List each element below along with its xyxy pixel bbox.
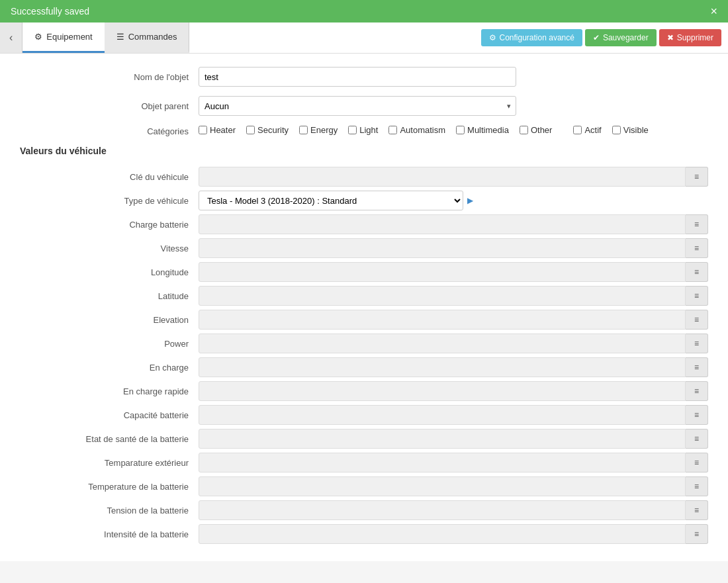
longitude-input[interactable] xyxy=(199,262,686,282)
en-charge-input[interactable] xyxy=(199,357,686,377)
config-icon: ⚙ xyxy=(489,33,496,42)
category-automatism[interactable]: Automatism xyxy=(388,125,445,135)
category-security[interactable]: Security xyxy=(246,125,289,135)
etat-sante-batterie-btn[interactable]: ≡ xyxy=(686,429,708,449)
list-icon: ≡ xyxy=(694,315,699,324)
elevation-btn[interactable]: ≡ xyxy=(686,310,708,330)
sauvegarder-button[interactable]: ✔ Sauvegarder xyxy=(585,29,657,46)
temperature-batterie-btn[interactable]: ≡ xyxy=(686,476,708,496)
vitesse-row: Vitesse ≡ xyxy=(20,238,708,258)
vehicle-section-heading: Valeurs du véhicule xyxy=(20,146,708,156)
tab-equipement-label: Equipement xyxy=(46,32,92,42)
tension-batterie-row: Tension de la batterie ≡ xyxy=(20,500,708,520)
list-icon: ≡ xyxy=(694,434,699,443)
temperature-batterie-label: Temperature de la batterie xyxy=(20,482,199,492)
longitude-row: Longitude ≡ xyxy=(20,262,708,282)
latitude-input[interactable] xyxy=(199,286,686,306)
power-input-wrap: ≡ xyxy=(199,334,708,353)
charge-batterie-btn[interactable]: ≡ xyxy=(686,214,708,234)
vitesse-input[interactable] xyxy=(199,238,686,258)
category-light[interactable]: Light xyxy=(348,125,378,135)
category-light-label: Light xyxy=(359,125,378,135)
tension-batterie-input[interactable] xyxy=(199,500,686,520)
charge-batterie-input[interactable] xyxy=(199,214,686,234)
category-energy[interactable]: Energy xyxy=(299,125,338,135)
category-automatism-checkbox[interactable] xyxy=(388,126,397,134)
temperature-batterie-input-wrap: ≡ xyxy=(199,476,708,496)
vitesse-label: Vitesse xyxy=(20,244,199,253)
intensite-batterie-input-wrap: ≡ xyxy=(199,524,708,544)
tab-equipement[interactable]: ⚙ Equipement xyxy=(23,22,104,53)
list-icon: ≡ xyxy=(694,529,699,539)
external-link-icon[interactable]: ▶ xyxy=(467,196,473,205)
power-label: Power xyxy=(20,339,199,349)
type-vehicule-select[interactable]: Tesla - Model 3 (2018-2020) : Standard xyxy=(199,191,463,210)
objet-parent-select[interactable]: Aucun xyxy=(199,96,516,116)
category-visible-checkbox[interactable] xyxy=(612,126,621,134)
en-charge-btn[interactable]: ≡ xyxy=(686,357,708,377)
tab-commandes[interactable]: ☰ Commandes xyxy=(105,22,190,53)
category-other-checkbox[interactable] xyxy=(520,126,528,134)
longitude-input-wrap: ≡ xyxy=(199,262,708,282)
delete-icon: ✖ xyxy=(667,33,674,42)
nav-right: ⚙ Configuration avancé ✔ Sauvegarder ✖ S… xyxy=(481,29,729,46)
charge-batterie-row: Charge batterie ≡ xyxy=(20,214,708,234)
category-heater-checkbox[interactable] xyxy=(199,126,207,134)
cle-vehicule-input[interactable] xyxy=(199,167,686,187)
categories-content: Heater Security Energy Light Automatism … xyxy=(199,125,649,135)
en-charge-rapide-input-wrap: ≡ xyxy=(199,381,708,401)
latitude-input-wrap: ≡ xyxy=(199,286,708,306)
category-actif[interactable]: Actif xyxy=(573,125,601,135)
banner-close-button[interactable]: × xyxy=(710,5,717,17)
category-multimedia[interactable]: Multimedia xyxy=(456,125,509,135)
cle-vehicule-row: Clé du véhicule ≡ xyxy=(20,167,708,187)
vitesse-btn[interactable]: ≡ xyxy=(686,238,708,258)
main-content: Nom de l'objet Objet parent Aucun ▾ Caté… xyxy=(0,54,728,561)
capacite-batterie-input[interactable] xyxy=(199,405,686,425)
temperature-exterieur-btn[interactable]: ≡ xyxy=(686,453,708,472)
cle-vehicule-btn[interactable]: ≡ xyxy=(686,167,708,187)
list-icon: ≡ xyxy=(694,220,699,229)
tension-batterie-input-wrap: ≡ xyxy=(199,500,708,520)
category-security-checkbox[interactable] xyxy=(246,126,255,134)
save-icon: ✔ xyxy=(593,33,600,42)
category-visible-label: Visible xyxy=(623,125,649,135)
category-light-checkbox[interactable] xyxy=(348,126,357,134)
elevation-input[interactable] xyxy=(199,310,686,330)
etat-sante-batterie-input[interactable] xyxy=(199,429,686,449)
power-btn[interactable]: ≡ xyxy=(686,334,708,353)
category-energy-checkbox[interactable] xyxy=(299,126,308,134)
intensite-batterie-btn[interactable]: ≡ xyxy=(686,524,708,544)
supprimer-button[interactable]: ✖ Supprimer xyxy=(659,29,721,46)
success-banner: Successfully saved × xyxy=(0,0,728,22)
tension-batterie-label: Tension de la batterie xyxy=(20,506,199,516)
temperature-exterieur-label: Temparature extérieur xyxy=(20,458,199,468)
back-icon: ‹ xyxy=(9,32,13,44)
objet-parent-label: Objet parent xyxy=(20,101,199,111)
category-other[interactable]: Other xyxy=(520,125,553,135)
temperature-batterie-input[interactable] xyxy=(199,476,686,496)
list-icon: ≡ xyxy=(694,482,699,491)
nav-back-button[interactable]: ‹ xyxy=(0,22,23,53)
category-visible[interactable]: Visible xyxy=(612,125,649,135)
en-charge-rapide-btn[interactable]: ≡ xyxy=(686,381,708,401)
latitude-btn[interactable]: ≡ xyxy=(686,286,708,306)
capacite-batterie-input-wrap: ≡ xyxy=(199,405,708,425)
temperature-exterieur-input[interactable] xyxy=(199,453,686,472)
category-energy-label: Energy xyxy=(310,125,338,135)
list-icon: ≡ xyxy=(694,363,699,372)
en-charge-rapide-input[interactable] xyxy=(199,381,686,401)
capacite-batterie-btn[interactable]: ≡ xyxy=(686,405,708,425)
category-actif-checkbox[interactable] xyxy=(573,126,582,134)
nom-objet-input[interactable] xyxy=(199,67,516,87)
intensite-batterie-input[interactable] xyxy=(199,524,686,544)
top-nav: ‹ ⚙ Equipement ☰ Commandes ⚙ Configurati… xyxy=(0,22,728,54)
longitude-btn[interactable]: ≡ xyxy=(686,262,708,282)
power-input[interactable] xyxy=(199,334,686,353)
tension-batterie-btn[interactable]: ≡ xyxy=(686,500,708,520)
config-avance-button[interactable]: ⚙ Configuration avancé xyxy=(481,29,582,46)
category-multimedia-checkbox[interactable] xyxy=(456,126,465,134)
category-heater[interactable]: Heater xyxy=(199,125,236,135)
categories-row: Catégories Heater Security Energy Light … xyxy=(20,125,708,136)
vitesse-input-wrap: ≡ xyxy=(199,238,708,258)
